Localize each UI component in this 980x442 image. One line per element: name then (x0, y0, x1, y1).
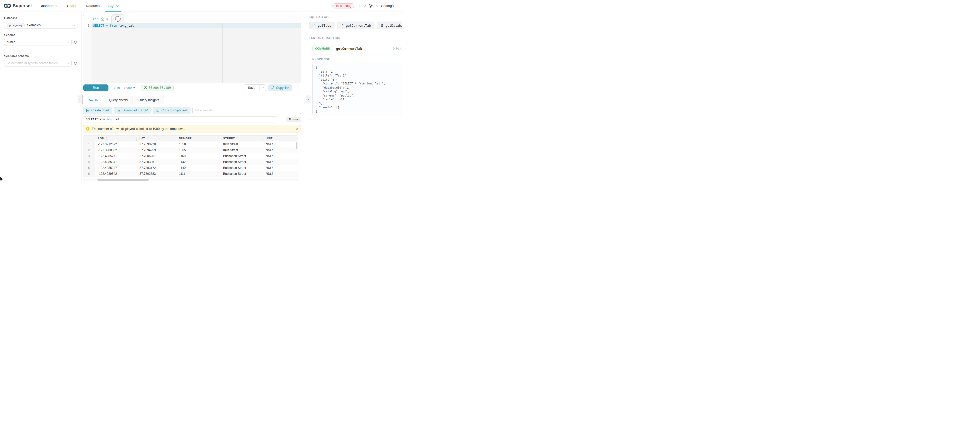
mouse-cursor (0, 177, 3, 181)
expand-panel-button[interactable]: › (306, 96, 310, 103)
sort-icon (274, 137, 276, 140)
settings-menu[interactable]: Settings (381, 4, 394, 8)
column-label: LON (98, 137, 104, 140)
close-tab-icon[interactable]: × (106, 18, 108, 21)
table-cell: NULL (262, 172, 298, 176)
database-select[interactable]: postgresql examples (4, 22, 78, 29)
table-cell: 1140 (176, 166, 220, 170)
tab-results[interactable]: Results (83, 96, 103, 104)
add-tab-button[interactable]: + (115, 16, 121, 22)
sort-icon (146, 137, 148, 140)
download-csv-button[interactable]: Download to CSV (114, 107, 151, 114)
panel-resize-bar[interactable] (305, 95, 305, 104)
create-chart-label: Create chart (91, 109, 109, 112)
superset-logo[interactable]: Superset (3, 0, 32, 11)
refresh-icon[interactable] (73, 61, 78, 65)
timer-value: 00:00:00.189 (149, 86, 171, 89)
editor-tabbar: ⋮⋮ Tab 1 × + (83, 14, 301, 23)
query-keyword: from (98, 118, 105, 121)
table-cell: 1160 (176, 154, 220, 158)
table-cell: NULL (262, 154, 298, 158)
collapse-sidebar-button[interactable]: ‹ (78, 96, 82, 103)
scrollbar-thumb[interactable] (97, 179, 149, 181)
last-interaction-card: COMMAND getCurrentTab 9:34:48 AM RESPONS… (309, 43, 402, 120)
table-cell: -122.4289542 (95, 172, 137, 176)
editor-tab[interactable]: ⋮⋮ Tab 1 × (83, 14, 111, 23)
table-cell: 37.7806267 (137, 154, 176, 158)
save-split-button: Save (243, 85, 266, 91)
table-select[interactable]: Select table or type to search tables (4, 60, 72, 67)
drag-handle-icon[interactable]: ⋮⋮ (85, 18, 89, 21)
check-circle-icon (101, 18, 104, 21)
editor-code-area[interactable]: SELECT * from long_lat (92, 23, 301, 83)
database-value: examples (27, 23, 41, 27)
response-json: { "id": "1", "title": "Tab 1", "editor":… (312, 63, 402, 116)
copy-icon (156, 109, 159, 112)
chevron-down-icon[interactable] (376, 4, 378, 6)
table-select-placeholder: Select table or type to search tables (7, 61, 58, 65)
alert-close-icon[interactable]: × (296, 127, 298, 131)
api-button-label: getCurrentTab (346, 24, 371, 27)
tab-query-insights[interactable]: Query Insights (134, 96, 164, 104)
sidebar-divider (4, 72, 78, 72)
nav-item-datasets[interactable]: Datasets (86, 0, 100, 11)
nav-item-sql[interactable]: SQL (108, 0, 118, 11)
sql-keyword: SELECT (93, 24, 104, 27)
sort-icon (236, 137, 238, 140)
vertical-scrollbar[interactable] (296, 142, 298, 149)
table-cell: -122.3908502 (95, 148, 137, 152)
results-table-header: LON LAT NUMBER STREET UNIT (83, 136, 298, 141)
table-cell: -122.3912672 (95, 142, 137, 146)
column-header-street[interactable]: STREET (220, 137, 262, 140)
save-button[interactable]: Save (244, 85, 259, 91)
table-cell: 1550 (176, 142, 220, 146)
create-chart-button[interactable]: Create chart (83, 107, 112, 114)
column-header-lon[interactable]: LON (95, 137, 137, 140)
nav-item-charts[interactable]: Charts (67, 0, 77, 11)
page-icon (340, 24, 344, 27)
more-options-button[interactable]: … (294, 85, 301, 91)
table-row: 3-122.42857737.78062671160Buchanan Stree… (83, 153, 298, 159)
row-index: 5 (83, 165, 95, 171)
get-current-tab-button[interactable]: getCurrentTab (337, 22, 374, 29)
query-timer: 00:00:00.189 (141, 85, 174, 91)
api-buttons: getTabs getCurrentTab getDatabases (309, 22, 402, 29)
save-options-button[interactable] (259, 85, 266, 91)
refresh-icon[interactable] (73, 40, 78, 44)
table-cell: 04th Street (220, 148, 262, 152)
get-tabs-button[interactable]: getTabs (309, 22, 335, 29)
copy-link-button[interactable]: Copy link (268, 85, 292, 91)
api-button-label: getTabs (318, 24, 331, 27)
horizontal-scrollbar[interactable] (83, 178, 298, 181)
brand-name: Superset (13, 3, 32, 8)
sql-code-editor[interactable]: 1 SELECT * from long_lat (83, 23, 301, 83)
database-type-tag: postgresql (7, 23, 25, 27)
query-keyword: SELECT (86, 118, 96, 121)
table-cell: -122.4285247 (95, 166, 137, 170)
nav-item-sql-label: SQL (108, 4, 115, 8)
table-cell: NULL (262, 166, 298, 170)
theme-sun-icon[interactable] (369, 3, 373, 8)
limit-dropdown[interactable]: LIMIT: 1 000 (114, 86, 135, 89)
chevron-down-icon[interactable] (364, 4, 366, 6)
table-schema-label: See table schema (4, 54, 78, 58)
table-cell: 37.7694259 (137, 148, 176, 152)
new-item-button[interactable]: + (358, 3, 360, 8)
get-databases-button[interactable]: getDatabases (377, 22, 402, 29)
schema-select[interactable]: public (4, 39, 72, 45)
table-row: 5-122.428524737.78031721140Buchanan Stre… (83, 165, 298, 171)
table-cell: 37.7803172 (137, 166, 176, 170)
filter-results-input[interactable] (192, 107, 301, 114)
table-cell: Buchanan Street (220, 172, 262, 176)
file-cabinet-icon (380, 24, 383, 27)
limit-value: 1 000 (124, 86, 132, 89)
column-header-unit[interactable]: UNIT (262, 137, 298, 140)
column-header-number[interactable]: NUMBER (176, 137, 220, 140)
run-button[interactable]: Run (83, 85, 108, 91)
copy-clipboard-button[interactable]: Copy to Clipboard (153, 107, 190, 114)
nav-item-dashboards[interactable]: Dashboards (40, 0, 58, 11)
column-header-lat[interactable]: LAT (137, 137, 176, 140)
sql-text: long_lat (119, 24, 134, 27)
tab-query-history[interactable]: Query history (104, 96, 133, 104)
table-cell: 37.7690928 (137, 142, 176, 146)
